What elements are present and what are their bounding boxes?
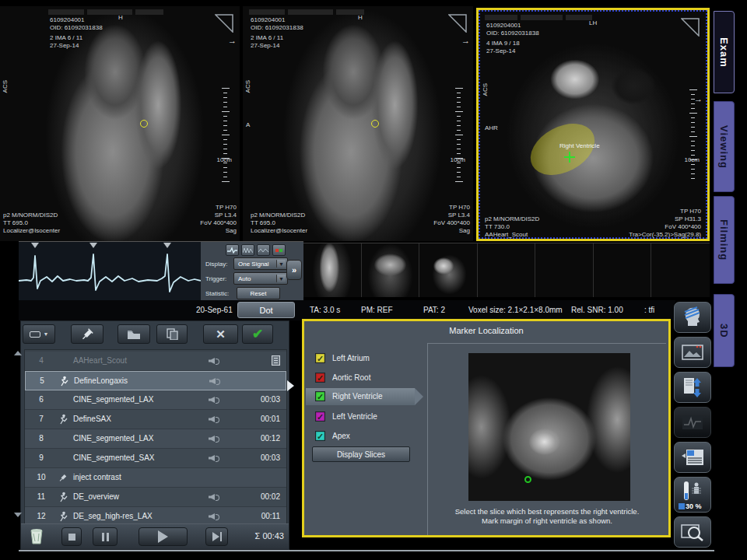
step-number: 4 — [33, 356, 50, 365]
check-icon: ✔ — [252, 326, 263, 342]
trigger-dropdown[interactable]: Auto▼ — [233, 272, 288, 285]
corner-handle-icon[interactable] — [681, 18, 700, 37]
step-number: 10 — [33, 473, 50, 481]
orientation-top: H — [358, 14, 363, 22]
protocol-row-9[interactable]: 9 CINE_segmented_SAX 00:03 — [25, 449, 286, 468]
speaker-icon — [209, 396, 219, 404]
scroll-next-arrow-icon[interactable]: → — [228, 36, 237, 45]
checkbox-right-ventricle[interactable]: ✓ — [315, 391, 325, 401]
chevron-down-icon[interactable]: ▼ — [276, 275, 286, 282]
scan-date: 27-Sep-14 — [251, 42, 279, 50]
open-protocol-button[interactable] — [117, 324, 150, 344]
orientation-top: LH — [589, 19, 597, 27]
viewport-sagittal-1[interactable]: 6109204001 OID: 61092031838 2 IMA 6 / 11… — [0, 6, 240, 241]
confirm-button[interactable]: ✔ — [242, 324, 273, 344]
protocol-step-list: 4 AAHeart_Scout 5 DefineLongaxis 6 CINE_… — [24, 349, 287, 525]
skip-to-end-button[interactable] — [205, 527, 228, 546]
tab-3d[interactable]: 3D — [714, 294, 735, 367]
isocenter-marker — [140, 120, 148, 128]
signal-grid-icon-button[interactable] — [241, 244, 254, 256]
thumbnail-coronal[interactable] — [362, 243, 420, 297]
tab-label: 3D — [718, 324, 730, 338]
scroll-down-arrow[interactable] — [14, 513, 22, 517]
scale-label: 10cm — [216, 156, 232, 164]
preview-zoom-button[interactable] — [674, 516, 711, 548]
fov-value: FoV 400*400 — [665, 223, 701, 231]
reset-button-label: Reset — [251, 290, 267, 297]
display-dropdown[interactable]: One Signal▼ — [233, 257, 288, 270]
sequence-params: p2 M/NORM/DIS2D — [3, 212, 58, 219]
corner-handle-icon[interactable] — [448, 14, 467, 33]
right-ventricle-marker[interactable] — [564, 152, 575, 163]
display-slices-button[interactable]: Display Slices — [312, 446, 410, 462]
chevron-down-icon[interactable]: ▼ — [276, 260, 286, 268]
waveform-tool-button[interactable] — [674, 407, 711, 438]
led-status-icon-button[interactable] — [272, 244, 286, 256]
copy-step-button[interactable] — [156, 324, 188, 344]
orientation-anterior: A — [246, 121, 250, 129]
contrast-injection-button[interactable] — [71, 324, 103, 344]
protocol-info-button[interactable] — [674, 442, 711, 473]
scale-ruler-major — [455, 88, 463, 186]
trash-cup-icon — [29, 528, 44, 545]
dot-label: Dot — [259, 306, 272, 315]
view-options-split-button[interactable]: ▼ — [23, 324, 55, 344]
protocol-row-7[interactable]: 7 DefineSAX 00:01 — [25, 410, 286, 429]
reset-button[interactable]: Reset — [237, 287, 280, 299]
list-document-icon — [681, 449, 704, 466]
instruction-line-1: Select the slice which best represents t… — [428, 507, 666, 516]
sar-monitor-button[interactable]: 30 % — [674, 477, 711, 513]
viewport-active-hla[interactable]: 6109204001 OID: 61092031838 4 IMA 9 / 18… — [476, 8, 710, 241]
image-gallery-button[interactable] — [674, 337, 711, 368]
sar-percentage: 30 % — [686, 502, 702, 510]
scroll-up-arrow[interactable] — [14, 351, 22, 355]
tab-filming[interactable]: Filming — [714, 196, 735, 284]
step-number: 7 — [33, 415, 50, 423]
trash-button[interactable] — [26, 527, 47, 546]
corner-handle-icon[interactable] — [215, 14, 233, 33]
protocol-row-12[interactable]: 12 DE_seg_high-res_LAX 00:11 — [25, 507, 286, 525]
orientation-ahr: AHR — [485, 124, 498, 132]
speaker-icon — [209, 493, 219, 501]
thumbnail-empty — [478, 243, 536, 297]
viewport-sagittal-2[interactable]: 6109204001 OID: 61092031838 2 IMA 6 / 11… — [243, 6, 473, 241]
plane-label: Sag — [226, 227, 237, 235]
thumbnail-axial[interactable] — [419, 243, 478, 297]
data-transfer-button[interactable] — [674, 372, 711, 403]
protocol-row-5-selected[interactable]: 5 DefineLongaxis — [25, 371, 286, 390]
thumbnail-sagittal[interactable] — [303, 243, 362, 297]
orientation-side: ACS — [244, 80, 251, 93]
tab-viewing[interactable]: Viewing — [714, 101, 735, 192]
head-profile-icon — [682, 306, 703, 329]
protocol-row-8[interactable]: 8 CINE_segmented_LAX 00:12 — [25, 429, 286, 449]
protocol-row-10[interactable]: 10 inject contrast — [25, 468, 286, 488]
running-step-icon — [58, 414, 68, 425]
protocol-row-11[interactable]: 11 DE_overview 00:02 — [25, 488, 286, 507]
pulse-icon-button[interactable] — [226, 244, 239, 256]
table-position: TT 695.0 — [251, 219, 275, 227]
scroll-next-arrow-icon[interactable]: → — [461, 36, 470, 45]
checkbox-left-atrium[interactable]: ✓ — [315, 353, 325, 363]
protocol-row-4[interactable]: 4 AAHeart_Scout — [25, 352, 286, 371]
marker-localization-dialog: Marker Localization ✓ Left Atrium ✓ Aort… — [302, 319, 671, 537]
step-name: CINE_segmented_LAX — [73, 434, 153, 443]
checkbox-left-ventricle[interactable]: ✓ — [315, 411, 325, 422]
tab-exam[interactable]: Exam — [714, 11, 735, 93]
protocol-row-6[interactable]: 6 CINE_segmented_LAX 00:03 — [25, 390, 286, 410]
total-time: Σ 00:43 — [255, 531, 284, 541]
play-button[interactable] — [139, 527, 188, 546]
marker-item-right-ventricle-selected[interactable]: ✓ Right Ventricle — [306, 388, 415, 405]
current-step-indicator — [287, 380, 294, 391]
expand-panel-button[interactable]: » — [286, 260, 302, 280]
checkbox-apex[interactable]: ✓ — [315, 431, 325, 441]
step-number: 11 — [33, 492, 50, 501]
strip-icon — [30, 331, 40, 338]
pause-button[interactable] — [93, 527, 117, 546]
patient-registration-button[interactable] — [674, 302, 711, 333]
sp-value: SP L3.4 — [448, 212, 470, 219]
dot-engine-button[interactable]: Dot — [237, 302, 295, 318]
stop-button[interactable] — [61, 527, 82, 546]
cancel-button[interactable]: ✕ — [203, 324, 238, 344]
checkbox-aortic-root[interactable]: ✓ — [315, 373, 325, 383]
signal-wave-icon-button[interactable] — [257, 244, 270, 256]
